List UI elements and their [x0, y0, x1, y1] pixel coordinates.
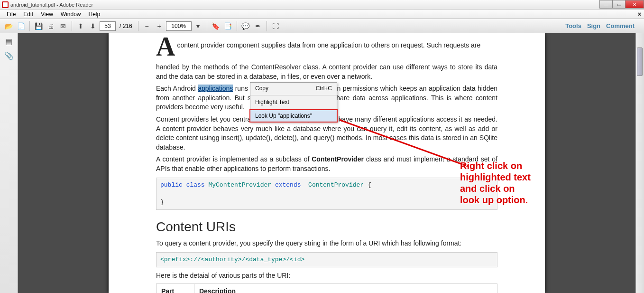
sign-icon[interactable]: ✒ — [252, 20, 264, 32]
titlebar: android_tutorial.pdf - Adobe Reader — ▭ … — [0, 0, 644, 9]
fullscreen-icon[interactable]: ⛶ — [270, 20, 281, 32]
minimize-button[interactable]: — — [599, 0, 613, 9]
paragraph-1b: handled by the methods of the ContentRes… — [156, 63, 497, 81]
app-icon — [2, 1, 9, 8]
right-tools: Tools Sign Comment — [565, 22, 641, 29]
code-block-1: public class MyContentProvider extends C… — [156, 178, 497, 210]
menubar-close-icon[interactable]: × — [638, 11, 641, 18]
dropcap: A — [156, 33, 177, 60]
th-part: Part — [156, 284, 194, 293]
zoom-input[interactable] — [166, 21, 192, 31]
save-icon[interactable]: 💾 — [33, 20, 44, 32]
zoom-dropdown-icon[interactable]: ▾ — [193, 20, 204, 32]
email-icon[interactable]: ✉ — [57, 20, 69, 32]
print-icon[interactable]: 🖨 — [45, 20, 56, 32]
menu-window[interactable]: Window — [57, 10, 85, 19]
p2-pre: Each Android — [156, 85, 198, 92]
window-title: android_tutorial.pdf - Adobe Reader — [10, 2, 93, 8]
create-pdf-icon[interactable]: 📄 — [15, 20, 27, 32]
maximize-button[interactable]: ▭ — [612, 0, 626, 9]
page-up-icon[interactable]: ⬆ — [75, 20, 86, 32]
paragraph-5: To query a content provider, you specify… — [156, 239, 497, 248]
zoom-in-icon[interactable]: + — [154, 20, 165, 32]
close-button[interactable]: ✕ — [625, 0, 644, 9]
workarea: ▤ 📎 A content provider component supplie… — [0, 33, 644, 293]
menu-view[interactable]: View — [37, 10, 57, 19]
table-header-row: Part Description — [156, 284, 497, 293]
uri-table: Part Description prefix This is always s… — [156, 284, 497, 293]
window-controls: — ▭ ✕ — [600, 0, 644, 9]
ctx-lookup[interactable]: Look Up "applications" — [249, 109, 338, 123]
shortcut-label: Ctrl+C — [316, 85, 332, 92]
thumbnails-icon[interactable]: ▤ — [4, 36, 14, 47]
comment-link[interactable]: Comment — [606, 22, 635, 29]
toolbar: 📂 📄 💾 🖨 ✉ ⬆ ⬇ / 216 − + ▾ 🔖 📑 💬 ✒ ⛶ Tool… — [0, 19, 644, 33]
sign-link[interactable]: Sign — [587, 22, 600, 29]
attachments-icon[interactable]: 📎 — [4, 50, 14, 61]
tools-link[interactable]: Tools — [565, 22, 581, 29]
document-page: A content provider component supplies da… — [109, 33, 545, 293]
ctx-highlight[interactable]: Highlight Text — [250, 96, 337, 108]
th-description: Description — [194, 284, 497, 293]
zoom-out-icon[interactable]: − — [141, 20, 153, 32]
comment-icon[interactable]: 💬 — [240, 20, 251, 32]
sidebar: ▤ 📎 — [0, 33, 18, 293]
highlighted-text[interactable]: applications — [198, 85, 233, 92]
context-menu: Copy Ctrl+C Highlight Text Look Up "appl… — [250, 82, 337, 122]
page-number-input[interactable] — [100, 21, 116, 31]
page-total-label: / 216 — [117, 23, 135, 29]
menubar: File Edit View Window Help × — [0, 9, 644, 19]
convert-icon[interactable]: 📑 — [222, 20, 234, 32]
menu-edit[interactable]: Edit — [19, 10, 37, 19]
code-block-2: <prefix>://<authority>/<data_type>/<id> — [156, 252, 497, 267]
bookmark-icon[interactable]: 🔖 — [210, 20, 221, 32]
section-heading: Content URIs — [156, 217, 497, 236]
scroll-thumb[interactable] — [637, 47, 643, 76]
paragraph-4: A content provider is implemented as a s… — [156, 155, 497, 173]
menu-file[interactable]: File — [3, 10, 19, 19]
page-viewport[interactable]: A content provider component supplies da… — [18, 33, 635, 293]
open-icon[interactable]: 📂 — [3, 20, 14, 32]
paragraph-6: Here is the detaial of various parts of … — [156, 271, 497, 281]
ctx-copy[interactable]: Copy Ctrl+C — [250, 83, 337, 94]
menu-help[interactable]: Help — [85, 10, 104, 19]
paragraph-1a: content provider component supplies data… — [177, 36, 480, 57]
vertical-scrollbar[interactable] — [635, 33, 644, 293]
page-down-icon[interactable]: ⬇ — [87, 20, 99, 32]
